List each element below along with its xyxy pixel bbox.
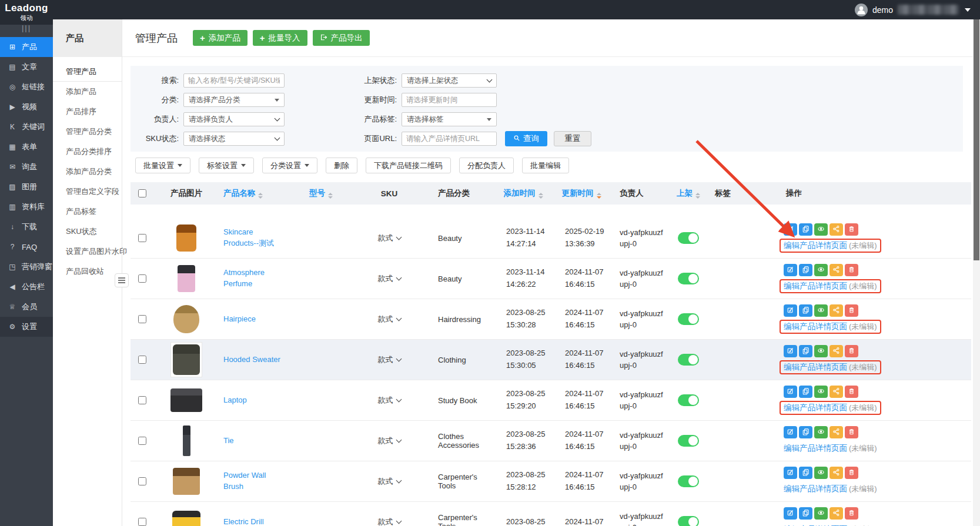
subsidebar-item-product-image-watermark[interactable]: 设置产品图片水印: [53, 242, 122, 262]
product-name-link[interactable]: Laptop: [223, 395, 247, 406]
sku-dropdown[interactable]: 款式: [378, 314, 401, 324]
shelf-status-select[interactable]: 请选择上架状态: [402, 73, 497, 88]
subsidebar-item-sku-status[interactable]: SKU状态: [53, 222, 122, 242]
category-set-button[interactable]: 分类设置: [262, 158, 317, 173]
edit-button[interactable]: [784, 264, 797, 276]
sku-status-select[interactable]: 请选择状态: [183, 132, 285, 146]
sidebar-item-library[interactable]: ▥资料库: [0, 197, 53, 217]
edit-button[interactable]: [784, 223, 797, 236]
shelf-toggle[interactable]: [678, 313, 699, 325]
product-export-button[interactable]: 产品导出: [313, 30, 370, 46]
sidebar-item-settings[interactable]: ⚙设置: [0, 317, 53, 337]
sidebar-item-products[interactable]: ⊞产品: [0, 37, 53, 57]
column-header-8[interactable]: 上架: [677, 188, 700, 199]
sidebar-item-keywords[interactable]: K关键词: [0, 117, 53, 137]
product-image[interactable]: [170, 388, 202, 412]
batch-set-button[interactable]: 批量设置: [135, 158, 190, 173]
share-button[interactable]: [830, 386, 843, 398]
product-name-link[interactable]: Powder Wall Brush: [223, 470, 286, 493]
sidebar-item-articles[interactable]: ▤文章: [0, 57, 53, 77]
delete-button[interactable]: [845, 467, 858, 479]
edit-button[interactable]: [784, 345, 797, 357]
product-name-link[interactable]: Electric Drill: [223, 517, 264, 526]
subsidebar-collapse-button[interactable]: [115, 273, 129, 287]
batch-edit-button[interactable]: 批量编辑: [522, 158, 569, 173]
edit-button[interactable]: [784, 426, 797, 438]
product-tag-select[interactable]: 请选择标签: [402, 112, 497, 126]
column-header-2[interactable]: 型号: [309, 188, 333, 199]
edit-button[interactable]: [784, 304, 797, 317]
row-checkbox[interactable]: [138, 315, 146, 323]
page-url-input[interactable]: [402, 132, 497, 146]
share-button[interactable]: [830, 345, 843, 357]
edit-detail-page-link[interactable]: 编辑产品详情页面: [784, 443, 847, 454]
sidebar-item-videos[interactable]: ▶视频: [0, 97, 53, 117]
shelf-toggle[interactable]: [678, 232, 699, 244]
delete-button[interactable]: [845, 426, 858, 438]
sidebar-item-inquiries[interactable]: ✉询盘: [0, 157, 53, 177]
copy-button[interactable]: [799, 507, 812, 520]
product-name-link[interactable]: Hairpiece: [223, 314, 256, 325]
scrollbar-thumb[interactable]: [974, 19, 979, 260]
copy-button[interactable]: [799, 467, 812, 479]
product-image[interactable]: [173, 468, 200, 495]
product-name-link[interactable]: Tie: [223, 435, 234, 447]
copy-button[interactable]: [799, 264, 812, 276]
row-checkbox[interactable]: [138, 477, 146, 485]
product-image[interactable]: [176, 225, 196, 252]
add-product-button[interactable]: 添加产品: [193, 30, 247, 46]
subsidebar-item-product-tags[interactable]: 产品标签: [53, 202, 122, 222]
subsidebar-item-product-category-sort[interactable]: 产品分类排序: [53, 142, 122, 162]
product-image[interactable]: [173, 305, 199, 333]
query-button[interactable]: 查询: [505, 131, 547, 146]
preview-button[interactable]: [814, 304, 828, 317]
update-time-input[interactable]: [402, 93, 497, 107]
delete-button[interactable]: [845, 345, 858, 357]
share-button[interactable]: [830, 264, 843, 276]
download-qr-button[interactable]: 下载产品链接二维码: [366, 158, 451, 173]
sidebar-item-bulletin[interactable]: ◀公告栏: [0, 277, 53, 297]
select-all-checkbox[interactable]: [138, 189, 146, 197]
product-name-link[interactable]: Atmosphere Perfume: [223, 267, 286, 290]
sku-dropdown[interactable]: 款式: [378, 354, 401, 365]
subsidebar-item-product-sort[interactable]: 产品排序: [53, 102, 122, 122]
shelf-toggle[interactable]: [678, 516, 699, 526]
row-checkbox[interactable]: [138, 234, 146, 242]
subsidebar-item-product-recycle-bin[interactable]: 产品回收站: [53, 262, 122, 282]
sku-dropdown[interactable]: 款式: [378, 517, 401, 526]
delete-button[interactable]: [845, 386, 858, 398]
product-image[interactable]: [183, 426, 190, 456]
sidebar-item-faq[interactable]: ?FAQ: [0, 237, 53, 257]
copy-button[interactable]: [799, 426, 812, 438]
shelf-toggle[interactable]: [678, 273, 699, 284]
row-checkbox[interactable]: [138, 518, 146, 526]
edit-detail-page-link[interactable]: 编辑产品详情页面: [784, 321, 847, 332]
preview-button[interactable]: [814, 386, 828, 398]
delete-button[interactable]: [845, 507, 858, 520]
shelf-toggle[interactable]: [678, 435, 699, 447]
sku-dropdown[interactable]: 款式: [378, 233, 401, 243]
shelf-toggle[interactable]: [678, 475, 699, 487]
tag-set-button[interactable]: 标签设置: [199, 158, 254, 173]
share-button[interactable]: [830, 467, 843, 479]
preview-button[interactable]: [814, 264, 828, 276]
preview-button[interactable]: [814, 223, 828, 236]
edit-detail-page-link[interactable]: 编辑产品详情页面: [784, 281, 847, 292]
row-checkbox[interactable]: [138, 356, 146, 364]
sidebar-item-forms[interactable]: ▦表单: [0, 137, 53, 157]
copy-button[interactable]: [799, 345, 812, 357]
subsidebar-item-manage-custom-fields[interactable]: 管理自定义字段: [53, 182, 122, 202]
shelf-toggle[interactable]: [678, 394, 699, 406]
sidebar-item-short-links[interactable]: ◎短链接: [0, 77, 53, 97]
sidebar-item-downloads[interactable]: ↓下载: [0, 217, 53, 237]
sidebar-item-members[interactable]: ♕会员: [0, 297, 53, 317]
reset-button[interactable]: 重置: [554, 131, 591, 146]
batch-import-button[interactable]: 批量导入: [253, 30, 307, 46]
copy-button[interactable]: [799, 223, 812, 236]
owner-select[interactable]: 请选择负责人: [183, 112, 285, 126]
edit-detail-page-link[interactable]: 编辑产品详情页面: [784, 362, 847, 373]
row-checkbox[interactable]: [138, 437, 146, 445]
sku-dropdown[interactable]: 款式: [378, 273, 401, 284]
shelf-toggle[interactable]: [678, 354, 699, 366]
delete-button[interactable]: [845, 223, 858, 236]
